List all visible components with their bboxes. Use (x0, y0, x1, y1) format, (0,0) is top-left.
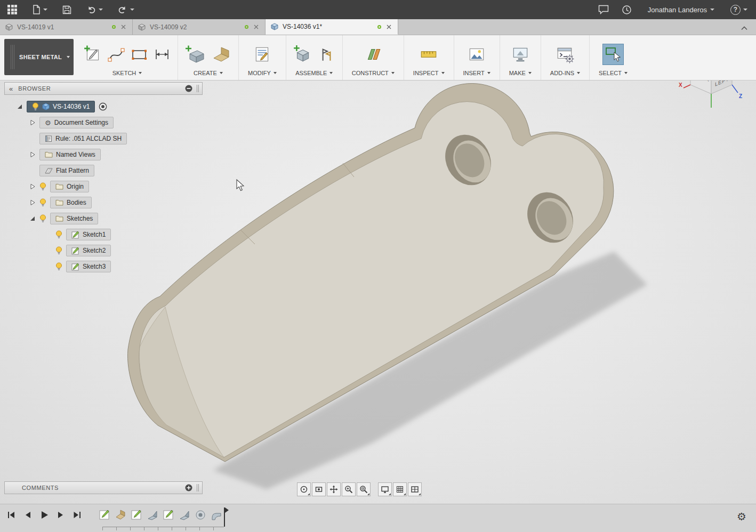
document-settings-item[interactable]: ⚙ Document Settings (39, 117, 114, 128)
feature-sketch-icon[interactable] (98, 508, 111, 522)
bend-tool-button[interactable] (210, 44, 232, 65)
play-button[interactable] (38, 509, 50, 521)
assemble-menu-button[interactable]: ASSEMBLE (292, 69, 336, 77)
tree-row-origin[interactable]: Origin (4, 179, 203, 195)
insert-canvas-button[interactable] (467, 44, 487, 65)
panel-grip[interactable] (197, 484, 199, 491)
select-menu-button[interactable]: SELECT (596, 69, 631, 77)
expand-collapse-icon[interactable] (29, 199, 36, 206)
feature-sketch-icon[interactable] (162, 508, 175, 522)
scripts-addins-button[interactable] (555, 44, 575, 65)
browser-minimize-button[interactable] (185, 85, 192, 92)
go-to-start-button[interactable] (5, 509, 17, 521)
sketches-folder-item[interactable]: Sketches (50, 213, 98, 224)
bulb-icon[interactable] (55, 262, 62, 271)
panel-grip[interactable] (197, 85, 199, 92)
expand-collapse-icon[interactable] (29, 215, 36, 222)
make-menu-button[interactable]: MAKE (506, 69, 535, 77)
feature-sketch-icon[interactable] (130, 508, 143, 522)
tab-vs14036-active[interactable]: VS-14036 v1* (266, 19, 398, 35)
sketch1-item[interactable]: Sketch1 (66, 229, 111, 240)
fit-button[interactable] (357, 482, 371, 496)
expand-collapse-icon[interactable] (29, 183, 36, 190)
tab-vs14019[interactable]: VS-14019 v1 (0, 19, 133, 35)
sketch3-item[interactable]: Sketch3 (66, 261, 111, 272)
tab-vs14009[interactable]: VS-14009 v2 (133, 19, 266, 35)
tree-row-bodies[interactable]: Bodies (4, 195, 203, 211)
timeline-settings-gear[interactable]: ⚙ (734, 511, 750, 522)
display-settings-button[interactable] (378, 482, 392, 496)
named-views-item[interactable]: Named Views (39, 149, 101, 160)
tree-row-rule[interactable]: Rule: .051 ALCLAD SH (4, 131, 203, 147)
help-menu-button[interactable]: ? (730, 5, 747, 15)
spline-tool-button[interactable] (107, 45, 126, 64)
tree-row-flat-pattern[interactable]: Flat Pattern (4, 163, 203, 179)
rectangle-tool-button[interactable] (130, 45, 149, 64)
feature-bend-icon[interactable] (146, 508, 159, 522)
flat-pattern-item[interactable]: Flat Pattern (39, 165, 94, 176)
timeline-ruler[interactable] (102, 527, 224, 530)
job-status-button[interactable] (622, 5, 632, 15)
browser-collapse-button[interactable]: « (8, 85, 14, 92)
tree-row-sketches[interactable]: Sketches (4, 211, 203, 227)
new-flange-button[interactable] (184, 44, 206, 65)
modify-menu-button[interactable]: MODIFY (245, 69, 280, 77)
make-button[interactable] (510, 44, 530, 65)
feature-bend-icon[interactable] (178, 508, 191, 522)
tab-close-button[interactable] (385, 23, 392, 30)
file-menu-button[interactable] (32, 5, 47, 14)
go-to-end-button[interactable] (71, 509, 83, 521)
step-forward-button[interactable] (55, 509, 67, 521)
tab-close-button[interactable] (120, 23, 127, 30)
tree-row-sketch2[interactable]: Sketch2 (4, 243, 203, 259)
expand-collapse-icon[interactable] (29, 151, 36, 158)
save-button[interactable] (62, 5, 71, 14)
component-activate-radio[interactable] (99, 102, 107, 111)
bulb-icon[interactable] (39, 182, 46, 191)
tree-row-root[interactable]: VS-14036 v1 (4, 99, 203, 115)
redo-button[interactable] (118, 5, 134, 14)
feature-hole-icon[interactable] (194, 508, 207, 522)
inspect-menu-button[interactable]: INSPECT (410, 69, 448, 77)
dimension-tool-button[interactable] (152, 45, 172, 64)
origin-folder-item[interactable]: Origin (50, 181, 89, 192)
bodies-folder-item[interactable]: Bodies (50, 197, 92, 208)
tree-row-document-settings[interactable]: ⚙ Document Settings (4, 115, 203, 131)
tree-row-named-views[interactable]: Named Views (4, 147, 203, 163)
modify-rules-button[interactable] (252, 44, 272, 65)
bulb-icon[interactable] (55, 246, 62, 255)
bulb-icon[interactable] (39, 198, 46, 207)
expand-collapse-icon[interactable] (16, 103, 23, 110)
bulb-icon[interactable] (39, 214, 46, 223)
zoom-button[interactable] (342, 482, 356, 496)
viewports-button[interactable] (408, 482, 422, 496)
tree-row-sketch3[interactable]: Sketch3 (4, 259, 203, 275)
collapse-toolbar-button[interactable] (738, 23, 751, 33)
expand-collapse-icon[interactable] (29, 119, 36, 126)
joint-tool-button[interactable] (316, 44, 336, 65)
root-component-item[interactable]: VS-14036 v1 (27, 101, 95, 112)
construct-menu-button[interactable]: CONSTRUCT (349, 69, 398, 77)
tab-close-button[interactable] (253, 23, 260, 30)
bulb-icon[interactable] (55, 230, 62, 239)
insert-menu-button[interactable]: INSERT (460, 69, 494, 77)
workspace-switcher-button[interactable]: SHEET METAL (4, 39, 74, 75)
comments-header[interactable]: COMMENTS (4, 481, 203, 494)
look-at-button[interactable] (312, 482, 326, 496)
feature-flange-icon[interactable] (114, 508, 127, 522)
select-tool-button[interactable] (602, 43, 624, 66)
measure-tool-button[interactable] (419, 44, 439, 65)
undo-button[interactable] (86, 5, 103, 14)
grid-snap-button[interactable] (393, 482, 407, 496)
add-comment-button[interactable] (185, 484, 192, 491)
create-sketch-button[interactable] (83, 44, 103, 65)
tree-row-sketch1[interactable]: Sketch1 (4, 227, 203, 243)
apps-grid-button[interactable] (7, 5, 17, 14)
create-menu-button[interactable]: CREATE (190, 69, 226, 77)
step-back-button[interactable] (22, 509, 34, 521)
construction-plane-button[interactable] (363, 44, 383, 65)
user-account-menu[interactable]: Jonathan Landeros (645, 5, 718, 14)
pan-button[interactable] (327, 482, 341, 496)
sketch-menu-button[interactable]: SKETCH (109, 69, 146, 77)
new-component-button[interactable] (292, 44, 312, 65)
